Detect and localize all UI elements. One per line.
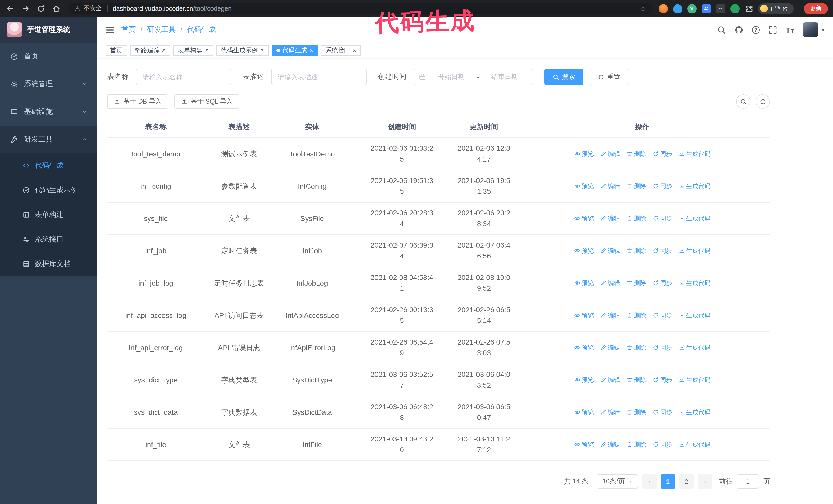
generate-code-link[interactable]: 生成代码 [679,408,711,417]
goto-page-input[interactable] [737,474,759,488]
page-button-1[interactable]: 1 [661,474,675,488]
sidebar-item-system[interactable]: 系统管理 [0,70,97,98]
preview-link[interactable]: 预览 [574,182,594,191]
page-button-2[interactable]: 2 [679,474,694,488]
delete-link[interactable]: 删除 [626,279,646,288]
delete-link[interactable]: 删除 [626,182,646,191]
close-icon[interactable]: × [162,47,166,53]
page-size-select[interactable]: 10条/页 ▼ [597,474,638,488]
sync-link[interactable]: 同步 [652,149,672,159]
generate-code-link[interactable]: 生成代码 [679,343,711,352]
extensions-puzzle-icon[interactable] [744,4,753,13]
edit-link[interactable]: 编辑 [600,440,620,449]
sync-link[interactable]: 同步 [652,279,672,288]
preview-link[interactable]: 预览 [574,311,594,320]
preview-link[interactable]: 预览 [574,149,594,159]
profile-paused-badge[interactable]: 已暂停 [758,3,793,14]
edit-link[interactable]: 编辑 [600,408,620,417]
sync-link[interactable]: 同步 [652,343,672,352]
extension-icon-drop[interactable] [673,4,682,13]
sidebar-item-system-api[interactable]: 系统接口 [0,227,97,252]
generate-code-link[interactable]: 生成代码 [679,246,711,255]
forward-icon[interactable] [22,4,30,13]
chrome-update-button[interactable]: 更新 [804,3,828,14]
generate-code-link[interactable]: 生成代码 [679,214,711,223]
app-logo[interactable]: 芋道管理系统 [0,17,97,43]
search-button[interactable]: 搜索 [544,69,584,85]
help-icon[interactable]: ? [752,26,760,33]
tab-codegen[interactable]: 代码生成 × [272,45,318,56]
edit-link[interactable]: 编辑 [600,182,620,191]
sync-link[interactable]: 同步 [652,375,672,385]
delete-link[interactable]: 删除 [626,375,646,385]
sidebar-item-home[interactable]: 首页 [0,43,97,70]
generate-code-link[interactable]: 生成代码 [679,375,711,385]
sync-link[interactable]: 同步 [652,440,672,449]
generate-code-link[interactable]: 生成代码 [679,182,711,191]
table-name-input[interactable] [136,69,231,85]
preview-link[interactable]: 预览 [574,246,594,255]
preview-link[interactable]: 预览 [574,408,594,417]
import-db-button[interactable]: 基于 DB 导入 [107,94,168,109]
tab-home[interactable]: 首页 [105,45,127,56]
sidebar-item-codegen[interactable]: 代码生成 [0,153,97,178]
delete-link[interactable]: 删除 [626,149,646,159]
close-icon[interactable]: × [353,47,356,53]
toggle-search-button[interactable] [736,94,751,109]
date-range-picker[interactable]: 开始日期 - 结束日期 [414,69,533,85]
edit-link[interactable]: 编辑 [600,375,620,385]
delete-link[interactable]: 删除 [626,343,646,352]
home-icon[interactable] [52,4,61,13]
sidebar-item-devtools[interactable]: 研发工具 [0,126,97,153]
breadcrumb-devtools[interactable]: 研发工具 [147,25,176,34]
edit-link[interactable]: 编辑 [600,279,620,288]
preview-link[interactable]: 预览 [574,343,594,352]
reload-icon[interactable] [37,4,45,13]
breadcrumb-home[interactable]: 首页 [121,25,136,34]
preview-link[interactable]: 预览 [574,440,594,449]
import-sql-button[interactable]: 基于 SQL 导入 [174,94,239,109]
github-icon[interactable] [735,25,743,34]
reset-button[interactable]: 重置 [590,69,628,85]
delete-link[interactable]: 删除 [626,408,646,417]
edit-link[interactable]: 编辑 [600,343,620,352]
sidebar-item-form-builder[interactable]: 表单构建 [0,202,97,227]
tab-form-builder[interactable]: 表单构建 × [173,45,213,56]
edit-link[interactable]: 编辑 [600,149,620,159]
delete-link[interactable]: 删除 [626,246,646,255]
sidebar-fold-icon[interactable] [105,25,114,34]
generate-code-link[interactable]: 生成代码 [679,279,711,288]
prev-page-button[interactable]: ‹ [642,474,657,488]
edit-link[interactable]: 编辑 [600,311,620,320]
delete-link[interactable]: 删除 [626,440,646,449]
delete-link[interactable]: 删除 [626,214,646,223]
generate-code-link[interactable]: 生成代码 [679,311,711,320]
extension-icon-tampermonkey[interactable] [716,4,725,13]
sync-link[interactable]: 同步 [652,182,672,191]
preview-link[interactable]: 预览 [574,375,594,385]
search-icon[interactable] [717,25,726,34]
extension-icon-vue-devtools[interactable]: V [687,4,696,13]
close-icon[interactable]: × [205,47,209,53]
user-menu[interactable]: ▼ [803,22,825,38]
delete-link[interactable]: 删除 [626,311,646,320]
address-bar[interactable]: ⚠ 不安全 dashboard.yudao.iocoder.cn/tool/co… [69,3,652,14]
font-size-icon[interactable]: TT [786,25,794,34]
sync-link[interactable]: 同步 [652,214,672,223]
tab-codegen-example[interactable]: 代码生成示例 × [216,45,269,56]
extension-icon-leaf[interactable] [730,4,739,13]
preview-link[interactable]: 预览 [574,214,594,223]
preview-link[interactable]: 预览 [574,279,594,288]
table-desc-input[interactable] [271,69,366,85]
back-icon[interactable] [6,4,14,13]
refresh-table-button[interactable] [756,94,770,109]
sync-link[interactable]: 同步 [652,246,672,255]
extension-icon-contacts[interactable] [701,4,711,13]
sidebar-item-infrastructure[interactable]: 基础设施 [0,98,97,126]
close-icon[interactable]: × [260,47,264,53]
generate-code-link[interactable]: 生成代码 [679,149,711,159]
generate-code-link[interactable]: 生成代码 [679,440,711,449]
sync-link[interactable]: 同步 [652,311,672,320]
edit-link[interactable]: 编辑 [600,214,620,223]
extension-icon-fox[interactable] [659,4,668,13]
